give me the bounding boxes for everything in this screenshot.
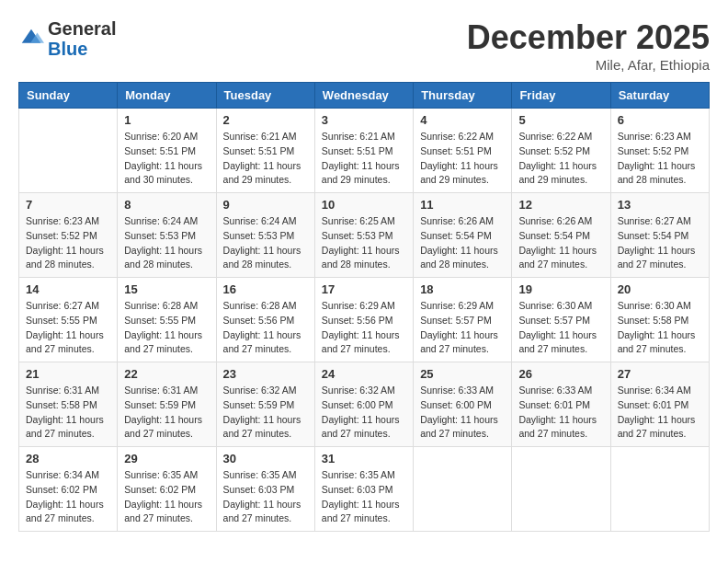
daylight-text: Daylight: 11 hours and 27 minutes.	[223, 414, 301, 440]
day-number: 26	[518, 367, 603, 381]
day-number: 28	[26, 452, 110, 465]
cell-info: Sunrise: 6:21 AM Sunset: 5:51 PM Dayligh…	[322, 130, 406, 188]
sunset-text: Sunset: 5:54 PM	[518, 230, 590, 241]
daylight-text: Daylight: 11 hours and 27 minutes.	[322, 414, 400, 440]
cell-info: Sunrise: 6:33 AM Sunset: 6:00 PM Dayligh…	[420, 384, 505, 442]
sunrise-text: Sunrise: 6:35 AM	[322, 469, 395, 480]
logo-icon	[18, 26, 44, 52]
calendar-cell: 7 Sunrise: 6:23 AM Sunset: 5:52 PM Dayli…	[19, 193, 118, 278]
sunrise-text: Sunrise: 6:22 AM	[518, 131, 592, 142]
sunset-text: Sunset: 6:00 PM	[322, 399, 393, 410]
calendar-cell	[610, 447, 709, 532]
calendar-cell: 10 Sunrise: 6:25 AM Sunset: 5:53 PM Dayl…	[314, 193, 413, 278]
sunrise-text: Sunrise: 6:32 AM	[223, 385, 297, 396]
cell-info: Sunrise: 6:31 AM Sunset: 5:58 PM Dayligh…	[26, 384, 110, 442]
cell-info: Sunrise: 6:27 AM Sunset: 5:54 PM Dayligh…	[618, 214, 702, 272]
calendar-cell: 5 Sunrise: 6:22 AM Sunset: 5:52 PM Dayli…	[512, 109, 610, 193]
daylight-text: Daylight: 11 hours and 28 minutes.	[618, 160, 696, 186]
daylight-text: Daylight: 11 hours and 27 minutes.	[322, 499, 400, 524]
daylight-text: Daylight: 11 hours and 27 minutes.	[420, 329, 498, 355]
calendar-cell: 14 Sunrise: 6:27 AM Sunset: 5:55 PM Dayl…	[19, 278, 118, 362]
sunset-text: Sunset: 5:51 PM	[124, 145, 196, 156]
sunrise-text: Sunrise: 6:23 AM	[26, 215, 99, 226]
daylight-text: Daylight: 11 hours and 27 minutes.	[618, 329, 696, 355]
sunrise-text: Sunrise: 6:28 AM	[124, 300, 198, 311]
day-number: 19	[518, 282, 603, 296]
sunrise-text: Sunrise: 6:26 AM	[518, 215, 592, 226]
calendar-cell: 4 Sunrise: 6:22 AM Sunset: 5:51 PM Dayli…	[414, 109, 512, 193]
day-number: 29	[124, 452, 209, 465]
calendar-week-row: 1 Sunrise: 6:20 AM Sunset: 5:51 PM Dayli…	[19, 109, 710, 193]
title-block: December 2025 Mile, Afar, Ethiopia	[467, 18, 710, 73]
logo-text: General Blue	[48, 18, 116, 59]
sunset-text: Sunset: 5:54 PM	[420, 230, 492, 241]
calendar-cell: 23 Sunrise: 6:32 AM Sunset: 5:59 PM Dayl…	[216, 362, 314, 447]
calendar-cell: 31 Sunrise: 6:35 AM Sunset: 6:03 PM Dayl…	[314, 447, 413, 532]
cell-info: Sunrise: 6:20 AM Sunset: 5:51 PM Dayligh…	[124, 130, 209, 188]
sunrise-text: Sunrise: 6:31 AM	[124, 385, 198, 396]
calendar-cell: 20 Sunrise: 6:30 AM Sunset: 5:58 PM Dayl…	[610, 278, 709, 362]
day-number: 21	[26, 367, 110, 381]
cell-info: Sunrise: 6:23 AM Sunset: 5:52 PM Dayligh…	[618, 130, 702, 188]
daylight-text: Daylight: 11 hours and 27 minutes.	[322, 329, 400, 355]
sunrise-text: Sunrise: 6:27 AM	[618, 215, 691, 226]
sunrise-text: Sunrise: 6:30 AM	[518, 300, 592, 311]
daylight-text: Daylight: 11 hours and 28 minutes.	[223, 245, 301, 270]
cell-info: Sunrise: 6:27 AM Sunset: 5:55 PM Dayligh…	[26, 299, 110, 357]
cell-info: Sunrise: 6:28 AM Sunset: 5:55 PM Dayligh…	[124, 299, 209, 357]
cell-info: Sunrise: 6:34 AM Sunset: 6:01 PM Dayligh…	[618, 384, 702, 442]
sunset-text: Sunset: 6:00 PM	[420, 399, 492, 410]
sunrise-text: Sunrise: 6:35 AM	[223, 469, 297, 480]
calendar-cell: 12 Sunrise: 6:26 AM Sunset: 5:54 PM Dayl…	[512, 193, 610, 278]
sunset-text: Sunset: 5:57 PM	[518, 315, 590, 326]
calendar-cell: 24 Sunrise: 6:32 AM Sunset: 6:00 PM Dayl…	[314, 362, 413, 447]
day-number: 12	[518, 198, 603, 212]
cell-info: Sunrise: 6:22 AM Sunset: 5:52 PM Dayligh…	[518, 130, 603, 188]
sunset-text: Sunset: 5:59 PM	[124, 399, 196, 410]
calendar-cell	[512, 447, 610, 532]
daylight-text: Daylight: 11 hours and 27 minutes.	[223, 329, 301, 355]
sunset-text: Sunset: 5:55 PM	[124, 315, 196, 326]
sunrise-text: Sunrise: 6:27 AM	[26, 300, 99, 311]
day-number: 6	[618, 113, 702, 127]
sunset-text: Sunset: 5:51 PM	[322, 145, 393, 156]
daylight-text: Daylight: 11 hours and 28 minutes.	[322, 245, 400, 270]
column-header-friday: Friday	[512, 83, 610, 109]
column-header-thursday: Thursday	[414, 83, 512, 109]
daylight-text: Daylight: 11 hours and 27 minutes.	[124, 414, 202, 440]
day-number: 31	[322, 452, 406, 465]
day-number: 24	[322, 367, 406, 381]
calendar-cell: 19 Sunrise: 6:30 AM Sunset: 5:57 PM Dayl…	[512, 278, 610, 362]
day-number: 27	[618, 367, 702, 381]
day-number: 1	[124, 113, 209, 127]
calendar-cell: 2 Sunrise: 6:21 AM Sunset: 5:51 PM Dayli…	[216, 109, 314, 193]
calendar-cell: 30 Sunrise: 6:35 AM Sunset: 6:03 PM Dayl…	[216, 447, 314, 532]
daylight-text: Daylight: 11 hours and 28 minutes.	[420, 245, 498, 270]
calendar-cell: 21 Sunrise: 6:31 AM Sunset: 5:58 PM Dayl…	[19, 362, 118, 447]
sunrise-text: Sunrise: 6:35 AM	[124, 469, 198, 480]
calendar-cell: 26 Sunrise: 6:33 AM Sunset: 6:01 PM Dayl…	[512, 362, 610, 447]
cell-info: Sunrise: 6:29 AM Sunset: 5:57 PM Dayligh…	[420, 299, 505, 357]
day-number: 11	[420, 198, 505, 212]
day-number: 2	[223, 113, 308, 127]
sunrise-text: Sunrise: 6:31 AM	[26, 385, 99, 396]
sunrise-text: Sunrise: 6:33 AM	[518, 385, 592, 396]
calendar-cell: 15 Sunrise: 6:28 AM Sunset: 5:55 PM Dayl…	[118, 278, 216, 362]
sunset-text: Sunset: 5:52 PM	[518, 145, 590, 156]
sunset-text: Sunset: 5:56 PM	[223, 315, 295, 326]
calendar-cell: 22 Sunrise: 6:31 AM Sunset: 5:59 PM Dayl…	[118, 362, 216, 447]
sunrise-text: Sunrise: 6:21 AM	[322, 131, 395, 142]
sunset-text: Sunset: 5:53 PM	[124, 230, 196, 241]
sunrise-text: Sunrise: 6:25 AM	[322, 215, 395, 226]
sunrise-text: Sunrise: 6:34 AM	[618, 385, 691, 396]
column-header-sunday: Sunday	[19, 83, 118, 109]
day-number: 16	[223, 282, 308, 296]
cell-info: Sunrise: 6:30 AM Sunset: 5:57 PM Dayligh…	[518, 299, 603, 357]
cell-info: Sunrise: 6:25 AM Sunset: 5:53 PM Dayligh…	[322, 214, 406, 272]
sunset-text: Sunset: 6:03 PM	[322, 484, 393, 495]
location: Mile, Afar, Ethiopia	[467, 57, 710, 73]
cell-info: Sunrise: 6:32 AM Sunset: 5:59 PM Dayligh…	[223, 384, 308, 442]
cell-info: Sunrise: 6:22 AM Sunset: 5:51 PM Dayligh…	[420, 130, 505, 188]
sunrise-text: Sunrise: 6:20 AM	[124, 131, 198, 142]
cell-info: Sunrise: 6:35 AM Sunset: 6:03 PM Dayligh…	[322, 468, 406, 526]
